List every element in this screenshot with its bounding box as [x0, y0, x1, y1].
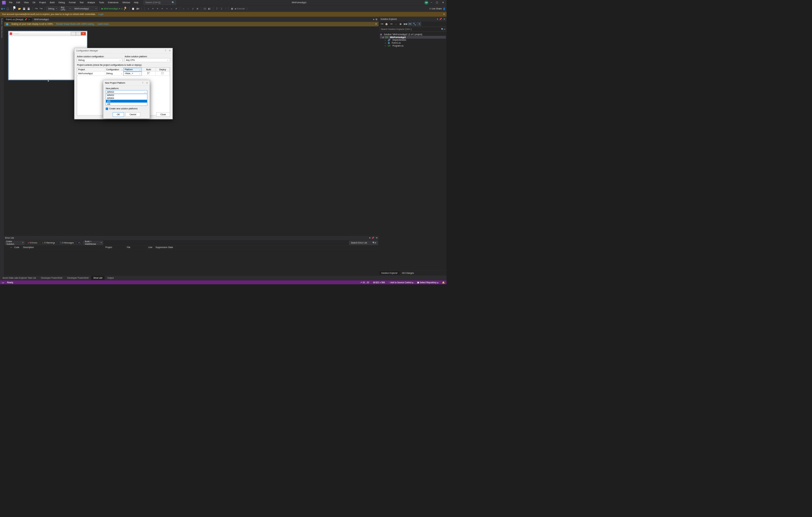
align-icon[interactable]: ⫠	[146, 7, 150, 10]
menu-analyze[interactable]: Analyze	[86, 1, 97, 5]
tab-form1-design[interactable]: Form1.cs [Design] 📌 ✕	[4, 17, 32, 22]
layout-icon[interactable]: ▦▾	[136, 7, 140, 10]
new-platform-dropdown[interactable]: ARM32	[106, 90, 147, 94]
scope-dropdown[interactable]: Entire Solution	[5, 241, 25, 245]
menu-extensions[interactable]: Extensions	[106, 1, 120, 5]
menu-file[interactable]: File	[7, 1, 14, 5]
menu-git[interactable]: Git	[31, 1, 37, 5]
feedback-icon[interactable]: 👤	[443, 7, 445, 10]
align-top-icon[interactable]: ⫟	[165, 7, 169, 10]
execute-button[interactable]: ▶ Execute	[235, 7, 245, 10]
restart-scaling-link[interactable]: Restart Visual Studio with 100% scaling.	[56, 23, 95, 25]
title-search[interactable]: Search (Ctrl+Q) 🔍	[144, 1, 176, 5]
col-marker[interactable]: ⌐	[9, 246, 13, 250]
align-right-icon[interactable]: ≡	[161, 7, 164, 10]
help-icon[interactable]: ?	[165, 50, 166, 52]
form1-node[interactable]: ▷▣ Form1.cs	[380, 42, 446, 45]
learn-more-link[interactable]: Learn more...	[97, 23, 110, 25]
toolbox-rail[interactable]: Toolbox Data Sources	[0, 17, 4, 275]
menu-build[interactable]: Build	[48, 1, 57, 5]
select-repo[interactable]: ▣ Select Repository ▴	[417, 281, 438, 284]
panel-dropdown-icon[interactable]: ▾	[437, 18, 438, 21]
tab-dev-powershell[interactable]: Developer PowerShell	[38, 276, 65, 280]
col-platform[interactable]: Platform	[123, 68, 142, 72]
col-project[interactable]: Project	[77, 68, 105, 72]
tab-order-icon[interactable]: ⤴	[215, 7, 219, 10]
sql-icon[interactable]: ▦	[230, 7, 234, 10]
app-icon[interactable]: 📋	[132, 7, 135, 10]
preview-icon[interactable]: ⇄▾	[408, 22, 412, 26]
redo-icon[interactable]: ↷▾	[39, 7, 42, 10]
user-avatar[interactable]: NP	[425, 1, 429, 5]
order-back-icon[interactable]: ▯▯	[203, 7, 207, 10]
hot-reload-icon[interactable]: 🔥▾	[124, 7, 127, 10]
spacing-v-icon[interactable]: ↕	[186, 7, 190, 10]
errors-filter[interactable]: ⊘0 Errors	[26, 241, 39, 245]
home-icon[interactable]: 🏠	[385, 22, 388, 26]
error-search[interactable]: Search Error List 🔍▾	[349, 241, 378, 245]
login-link[interactable]: Login	[98, 13, 104, 16]
refresh-icon[interactable]: ⟳▾	[380, 22, 384, 26]
solution-node[interactable]: ▣ Solution 'WinFormsApp1' (1 of 1 projec…	[380, 33, 446, 36]
tab-error-list[interactable]: Error List	[91, 276, 105, 280]
build-intellisense-dropdown[interactable]: Build + IntelliSense	[83, 241, 103, 245]
notifications-icon[interactable]: 🔔	[442, 281, 445, 284]
tab-git-changes[interactable]: Git Changes	[400, 271, 416, 275]
panel-pin-icon[interactable]: 📌	[372, 237, 374, 239]
option-x86[interactable]: x86	[106, 103, 147, 106]
close-button[interactable]: Close	[156, 112, 170, 116]
dependencies-node[interactable]: ▷🔗 Dependencies	[380, 39, 446, 42]
cell-build-checkbox[interactable]	[142, 72, 156, 76]
startup-dropdown[interactable]: WinFormsApp1	[73, 6, 98, 11]
menu-edit[interactable]: Edit	[14, 1, 22, 5]
col-desc[interactable]: Description	[22, 246, 104, 250]
platform-dropdown[interactable]: Any CPU	[59, 6, 72, 11]
save-icon[interactable]: 💾	[23, 7, 26, 10]
undo-icon[interactable]: ↶▾	[34, 7, 38, 10]
menu-help[interactable]: Help	[132, 1, 140, 5]
align-middle-icon[interactable]: ⫠	[170, 7, 173, 10]
minimize-icon[interactable]: ─	[431, 1, 432, 4]
dialog-close-icon[interactable]: ✕	[169, 50, 171, 52]
close-icon[interactable]: ✕	[442, 1, 444, 4]
project-node[interactable]: ◢C# WinFormsApp1	[380, 36, 446, 39]
nav-back-icon[interactable]: ◉ ▾	[1, 7, 5, 10]
col-line[interactable]: Line	[147, 246, 154, 250]
dialog-titlebar[interactable]: Configuration Manager ? ✕	[75, 48, 172, 54]
new-item-icon[interactable]: 📄▾	[13, 7, 17, 10]
menu-format[interactable]: Format	[67, 1, 78, 5]
banner-close-icon[interactable]: ✕	[443, 13, 445, 16]
center-icon[interactable]: ⊕	[196, 7, 199, 10]
menu-window[interactable]: Window	[121, 1, 132, 5]
size-icon[interactable]: ⤢	[191, 7, 195, 10]
np-help-icon[interactable]: ?	[142, 82, 143, 84]
col-config[interactable]: Configuration	[105, 68, 123, 72]
solution-search[interactable]: Search Solution Explorer (Ctrl+;) 🔍▾	[380, 27, 446, 32]
cell-platform-dropdown[interactable]: <New...>	[123, 72, 142, 76]
col-file[interactable]: File	[125, 246, 147, 250]
tab-project[interactable]: WinFormsApp1	[32, 17, 51, 22]
cell-deploy-checkbox[interactable]	[156, 72, 170, 76]
np-titlebar[interactable]: New Project Platform ? ✕	[103, 80, 150, 85]
cancel-button[interactable]: Cancel	[125, 112, 141, 116]
option-arm32[interactable]: ARM32	[106, 94, 147, 97]
show-all-icon[interactable]: ▣	[399, 22, 402, 26]
menu-view[interactable]: View	[22, 1, 30, 5]
settings-icon[interactable]: ⚙	[375, 18, 377, 21]
tab-azure-datalake[interactable]: Azure Data Lake Explorer Task List	[0, 276, 38, 280]
collapse-icon[interactable]: ≡▾	[389, 22, 393, 26]
ok-button[interactable]: OK	[113, 112, 124, 116]
open-icon[interactable]: 📂	[18, 7, 21, 10]
program-node[interactable]: ▷C# Program.cs	[380, 44, 446, 47]
align-center-icon[interactable]: ≡	[156, 7, 160, 10]
maximize-icon[interactable]: ▢	[436, 1, 438, 4]
copy-icon[interactable]: ▣▣	[403, 22, 407, 26]
lock-icon[interactable]: ⤵	[220, 7, 223, 10]
align-bottom-icon[interactable]: ⫡	[174, 7, 178, 10]
np-close-icon[interactable]: ✕	[146, 82, 148, 84]
form-designer[interactable]: Form1 ─ ▢ ✕ Configuration Manager ?	[4, 26, 379, 236]
tab-close-icon[interactable]: ✕	[28, 18, 30, 21]
start-debug-button[interactable]: ▶ WinFormsApp1 ▾	[102, 7, 120, 10]
active-config-dropdown[interactable]: Debug	[77, 58, 122, 62]
build-filter-icon[interactable]: ✕ᵧ	[77, 241, 82, 245]
